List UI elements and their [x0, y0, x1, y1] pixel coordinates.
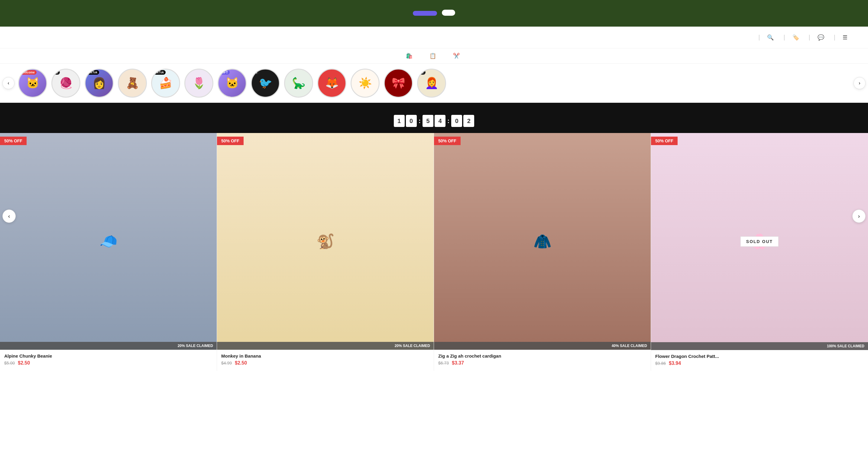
- story-badge-ig-scarlet: IG: [252, 70, 259, 75]
- product-prices-alpine-beanie: $5.00$2.50: [4, 360, 213, 366]
- stories-prev-button[interactable]: ‹: [2, 77, 14, 89]
- story-circle-sleengrace: 🦊: [317, 69, 346, 98]
- story-circle-aussies-crochet: 🦕: [284, 69, 313, 98]
- nav-search[interactable]: 🔍: [761, 32, 782, 43]
- product-off-badge-monkey-banana: 50% OFF: [217, 137, 244, 145]
- sub-nav-patterns[interactable]: 📋: [430, 53, 438, 59]
- story-item-gift-ribblr[interactable]: 🐱GIFT: [218, 69, 247, 98]
- story-item-tulips[interactable]: 🌷: [184, 69, 213, 98]
- product-card-flower-dragon[interactable]: 🌸50% OFFSOLD OUT100% SALE CLAIMEDFlower …: [651, 133, 868, 371]
- price-original-monkey-banana: $4.99: [221, 361, 232, 365]
- product-name-monkey-banana: Monkey in Banana: [221, 353, 430, 359]
- products-next-button[interactable]: ›: [852, 209, 866, 223]
- banner-calendar[interactable]: [413, 11, 437, 16]
- grab-gift-button[interactable]: [442, 10, 455, 16]
- nav-sep-1: |: [758, 34, 760, 41]
- countdown-digit: 1: [394, 115, 405, 127]
- stories-container: 🐱Welcome🧶IG👩TikTok🧸🍰TikTok🌷🐱GIFT🐦IG🦕🦊☀️🎀…: [0, 69, 868, 98]
- sub-nav-makes[interactable]: ✂️: [453, 53, 462, 59]
- story-item-sleengrace[interactable]: 🦊: [317, 69, 346, 98]
- story-item-ig-scarlet[interactable]: 🐦IG: [251, 69, 280, 98]
- price-sale-flower-dragon: $3.94: [669, 361, 681, 366]
- price-sale-zig-zag-cardigan: $3.37: [452, 360, 464, 366]
- product-image-flower-dragon: 🌸50% OFFSOLD OUT100% SALE CLAIMED: [651, 133, 868, 350]
- product-prices-monkey-banana: $4.99$2.50: [221, 360, 430, 366]
- countdown: 10:54:02: [6, 115, 862, 127]
- story-item-ig-lc[interactable]: 🧶IG: [51, 69, 81, 98]
- patterns-icon: 📋: [430, 53, 436, 59]
- price-sale-alpine-beanie: $2.50: [18, 360, 30, 366]
- product-claimed-bar-alpine-beanie: 20% SALE CLAIMED: [0, 342, 217, 350]
- product-image-zig-zag-cardigan: 🧥50% OFF40% SALE CLAIMED: [434, 133, 651, 350]
- price-sale-monkey-banana: $2.50: [235, 360, 247, 366]
- product-off-badge-zig-zag-cardigan: 50% OFF: [434, 137, 461, 145]
- my-stuff-icon: 🏷️: [793, 34, 799, 41]
- countdown-digit: 4: [435, 115, 445, 127]
- product-claimed-bar-zig-zag-cardigan: 40% SALE CLAIMED: [434, 342, 651, 350]
- product-image-monkey-banana: 🐒50% OFF20% SALE CLAIMED: [217, 133, 434, 350]
- story-badge-tiktok-cakey: TikTok: [153, 70, 166, 75]
- product-claimed-bar-monkey-banana: 20% SALE CLAIMED: [217, 342, 434, 350]
- products-prev-button[interactable]: ‹: [2, 209, 16, 223]
- header-nav: | 🔍 | 🏷️ | 💬 | ☰: [757, 32, 856, 43]
- story-item-tiktok-1[interactable]: 👩TikTok: [85, 69, 114, 98]
- product-prices-flower-dragon: $9.86$3.94: [655, 361, 864, 366]
- product-claimed-bar-flower-dragon: 100% SALE CLAIMED: [651, 342, 868, 350]
- product-name-flower-dragon: Flower Dragon Crochet Patt...: [655, 354, 864, 359]
- countdown-digit: 0: [406, 115, 417, 127]
- story-circle-ig-last: 👩‍🦰IG: [417, 69, 446, 98]
- product-prices-zig-zag-cardigan: $6.73$3.37: [438, 360, 647, 366]
- products-container: 🧢50% OFF20% SALE CLAIMEDAlpine Chunky Be…: [0, 133, 868, 371]
- product-card-alpine-beanie[interactable]: 🧢50% OFF20% SALE CLAIMEDAlpine Chunky Be…: [0, 133, 217, 371]
- sub-nav-materials[interactable]: 🛍️: [406, 53, 415, 59]
- search-icon: 🔍: [767, 34, 774, 41]
- nav-my-stuff[interactable]: 🏷️: [786, 32, 808, 43]
- nav-hey[interactable]: ☰: [837, 32, 856, 43]
- top-banner: [0, 0, 868, 27]
- story-circle-sunshine-studio: ☀️: [350, 69, 380, 98]
- product-off-badge-flower-dragon: 50% OFF: [651, 137, 678, 145]
- story-circle-tulips: 🌷: [184, 69, 213, 98]
- story-circle-tiktok-1: 👩TikTok: [85, 69, 114, 98]
- hey-icon: ☰: [843, 34, 847, 41]
- countdown-digit: 0: [451, 115, 462, 127]
- product-card-zig-zag-cardigan[interactable]: 🧥50% OFF40% SALE CLAIMEDZig a Zig ah cro…: [434, 133, 651, 371]
- product-off-badge-alpine-beanie: 50% OFF: [0, 137, 27, 145]
- story-item-tiktok-cakey[interactable]: 🍰TikTok: [151, 69, 180, 98]
- story-item-bear[interactable]: 🧸: [118, 69, 147, 98]
- story-badge-welcome-ribblr: Welcome: [20, 70, 37, 75]
- nav-community[interactable]: 💬: [811, 32, 833, 43]
- materials-icon: 🛍️: [406, 53, 412, 59]
- countdown-separator: :: [418, 117, 421, 125]
- product-info-monkey-banana: Monkey in Banana$4.99$2.50: [217, 350, 434, 370]
- story-circle-ig-scarlet: 🐦IG: [251, 69, 280, 98]
- story-circle-gift-ribblr: 🐱GIFT: [218, 69, 247, 98]
- flash-section: 10:54:02: [0, 103, 868, 133]
- product-image-alpine-beanie: 🧢50% OFF20% SALE CLAIMED: [0, 133, 217, 350]
- nav-sep-4: |: [834, 34, 835, 41]
- story-circle-welcome-ribblr: 🐱Welcome: [18, 69, 47, 98]
- story-item-sunshine-studio[interactable]: ☀️: [350, 69, 380, 98]
- stories-section: ‹ 🐱Welcome🧶IG👩TikTok🧸🍰TikTok🌷🐱GIFT🐦IG🦕🦊☀…: [0, 64, 868, 103]
- product-name-zig-zag-cardigan: Zig a Zig ah crochet cardigan: [438, 353, 647, 359]
- header: | 🔍 | 🏷️ | 💬 | ☰: [0, 27, 868, 48]
- stories-next-button[interactable]: ›: [854, 77, 866, 89]
- product-info-alpine-beanie: Alpine Chunky Beanie$5.00$2.50: [0, 350, 217, 370]
- story-item-crochet-studio[interactable]: 🎀: [384, 69, 413, 98]
- nav-sep-2: |: [783, 34, 785, 41]
- story-item-welcome-ribblr[interactable]: 🐱Welcome: [18, 69, 47, 98]
- product-info-zig-zag-cardigan: Zig a Zig ah crochet cardigan$6.73$3.37: [434, 350, 651, 370]
- countdown-digit: 2: [463, 115, 474, 127]
- story-item-aussies-crochet[interactable]: 🦕: [284, 69, 313, 98]
- price-original-flower-dragon: $9.86: [655, 361, 666, 366]
- price-original-zig-zag-cardigan: $6.73: [438, 361, 449, 365]
- nav-sep-3: |: [809, 34, 810, 41]
- story-badge-gift-ribblr: GIFT: [219, 70, 230, 75]
- story-circle-crochet-studio: 🎀: [384, 69, 413, 98]
- story-circle-tiktok-cakey: 🍰TikTok: [151, 69, 180, 98]
- product-card-monkey-banana[interactable]: 🐒50% OFF20% SALE CLAIMEDMonkey in Banana…: [217, 133, 434, 371]
- countdown-separator: :: [447, 117, 450, 125]
- products-section: ‹ 🧢50% OFF20% SALE CLAIMEDAlpine Chunky …: [0, 133, 868, 371]
- sub-nav: 🛍️ 📋 ✂️: [0, 48, 868, 64]
- story-item-ig-last[interactable]: 👩‍🦰IG: [417, 69, 446, 98]
